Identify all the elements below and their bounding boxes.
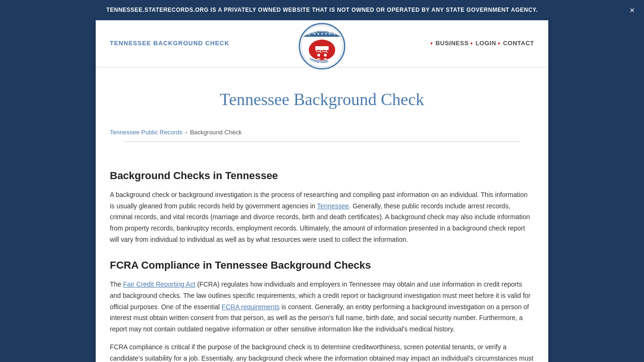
breadcrumb: Tennessee Public Records › Background Ch… (110, 128, 534, 138)
tennessee-link-1[interactable]: Tennessee (317, 202, 349, 210)
contact-dot: • (498, 39, 500, 49)
section-2-para-1: The Fair Credit Reporting Act (FCRA) reg… (110, 279, 534, 335)
page-title: Tennessee Background Check (110, 86, 534, 114)
content-card: TENNESSEE BACKGROUND CHECK ★ ★ ★ ★ ★ STA… (96, 20, 548, 362)
site-logo: ★ ★ ★ ★ ★ STATE RECORDS (298, 23, 346, 72)
nav-contact[interactable]: CONTACT (503, 39, 534, 49)
business-dot: • (430, 39, 433, 49)
site-title-link[interactable]: TENNESSEE BACKGROUND CHECK (110, 39, 230, 49)
top-banner: TENNESSEE.STATERECORDS.ORG IS A PRIVATEL… (0, 0, 644, 20)
section-1-heading: Background Checks in Tennessee (110, 167, 534, 184)
section-2-para-2: FCRA compliance is critical if the purpo… (110, 342, 534, 362)
nav-login[interactable]: LOGIN (476, 39, 496, 49)
close-banner-button[interactable]: × (629, 6, 635, 15)
nav-links: • BUSINESS • LOGIN • CONTACT (430, 39, 534, 49)
breadcrumb-divider (124, 141, 520, 142)
nav-business[interactable]: BUSINESS (436, 39, 469, 49)
breadcrumb-parent-link[interactable]: Tennessee Public Records (110, 128, 182, 138)
site-header: TENNESSEE BACKGROUND CHECK ★ ★ ★ ★ ★ STA… (96, 20, 548, 67)
section-2-heading: FCRA Compliance in Tennessee Background … (110, 257, 534, 273)
content-area: Background Checks in Tennessee A backgro… (96, 147, 548, 362)
breadcrumb-section: Tennessee Public Records › Background Ch… (96, 123, 548, 147)
main-wrapper: TENNESSEE BACKGROUND CHECK ★ ★ ★ ★ ★ STA… (0, 20, 644, 362)
svg-point-11 (324, 54, 327, 57)
fcra-link[interactable]: Fair Credit Reporting Act (123, 280, 195, 288)
svg-point-10 (317, 54, 320, 57)
breadcrumb-current: Background Check (190, 128, 242, 138)
banner-text: TENNESSEE.STATERECORDS.ORG IS A PRIVATEL… (106, 7, 537, 13)
page-title-section: Tennessee Background Check (96, 67, 548, 123)
logo-container: ★ ★ ★ ★ ★ STATE RECORDS (298, 23, 346, 75)
fcra-requirements-link[interactable]: FCRA requirements (222, 303, 280, 311)
breadcrumb-separator: › (185, 128, 187, 137)
login-dot: • (471, 39, 473, 49)
section-1-para-1: A background check or background investi… (110, 189, 534, 246)
